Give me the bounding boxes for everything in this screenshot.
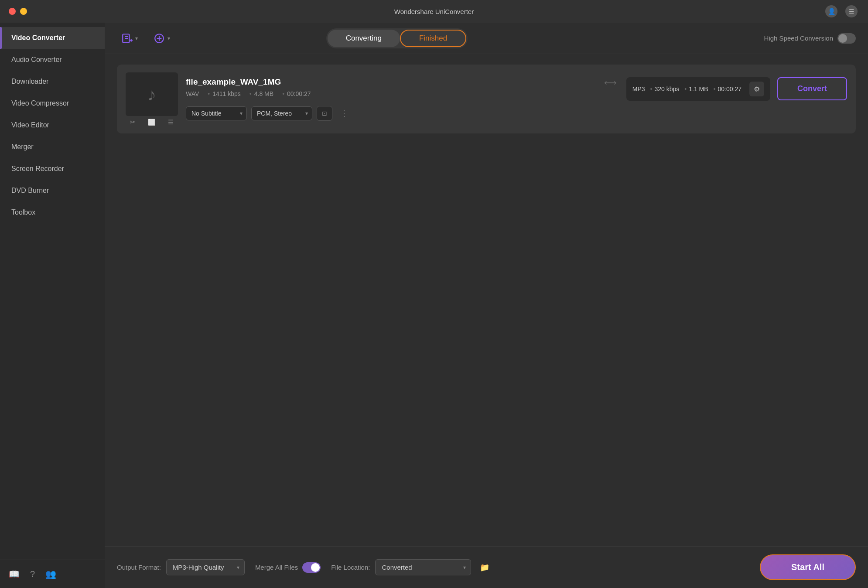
convert-settings: MP3 320 kbps 1.1 MB 00:00:27 ⚙	[626, 77, 770, 101]
output-duration: 00:00:27	[714, 85, 742, 92]
sidebar: Video Converter Audio Converter Download…	[0, 23, 105, 588]
subtitle-dropdown[interactable]: No Subtitle	[186, 106, 247, 120]
high-speed-label: High Speed Conversion	[764, 34, 833, 42]
title-bar-actions: 👤 ☰	[825, 5, 858, 17]
app-title: Wondershare UniConverter	[394, 8, 474, 15]
trim-icon[interactable]: ✂	[130, 119, 135, 126]
file-location-dropdown-wrapper: Converted	[375, 559, 471, 575]
output-format-select[interactable]: MP3-High Quality	[166, 559, 245, 575]
high-speed-conversion: High Speed Conversion	[764, 33, 856, 44]
add-format-chevron: ▾	[167, 35, 170, 41]
sidebar-item-video-editor[interactable]: Video Editor	[0, 114, 105, 136]
music-note-icon: ♪	[147, 85, 156, 104]
menu-icon[interactable]: ☰	[845, 5, 858, 17]
content-area: ▾ ▾ Converting Finished High Speed Conve…	[105, 23, 868, 588]
output-size: 1.1 MB	[684, 85, 708, 92]
output-format-label: Output Format:	[117, 564, 161, 571]
preview-icon-button[interactable]: ⊡	[317, 106, 332, 121]
source-bitrate: 1411 kbps	[208, 90, 241, 97]
tab-converting[interactable]: Converting	[328, 30, 400, 47]
file-list-area: ♪ ✂ ⬜ ☰ file_example_WAV_1MG	[105, 54, 868, 546]
audio-dropdown-wrapper: PCM, Stereo	[251, 106, 312, 120]
thumb-actions: ✂ ⬜ ☰	[126, 116, 178, 126]
close-button[interactable]	[9, 8, 16, 15]
merge-label: Merge All Files	[255, 564, 298, 571]
sidebar-item-screen-recorder[interactable]: Screen Recorder	[0, 158, 105, 180]
effects-icon[interactable]: ☰	[168, 119, 174, 126]
file-card-bottom-row: No Subtitle PCM, Stereo ⊡ ⋮	[186, 106, 847, 121]
output-format: MP3	[632, 85, 645, 92]
file-card-body: file_example_WAV_1MG WAV 1411 kbps 4.8 M…	[186, 77, 847, 121]
title-bar: Wondershare UniConverter 👤 ☰	[0, 0, 868, 23]
open-folder-button[interactable]: 📁	[476, 561, 493, 574]
minimize-button[interactable]	[20, 8, 27, 15]
sidebar-item-audio-converter[interactable]: Audio Converter	[0, 49, 105, 71]
more-options-button[interactable]: ⋮	[337, 107, 352, 120]
file-thumbnail: ♪	[126, 72, 178, 116]
book-icon[interactable]: 📖	[9, 569, 20, 579]
start-all-button[interactable]: Start All	[760, 554, 856, 580]
tab-group: Converting Finished	[326, 28, 468, 48]
sidebar-item-video-converter[interactable]: Video Converter	[0, 27, 105, 49]
convert-button[interactable]: Convert	[777, 77, 847, 100]
add-files-chevron: ▾	[135, 35, 138, 41]
file-location-select[interactable]: Converted	[375, 559, 471, 575]
tab-finished[interactable]: Finished	[400, 30, 466, 47]
help-icon[interactable]: ?	[30, 569, 35, 579]
bottom-bar: Output Format: MP3-High Quality Merge Al…	[105, 546, 868, 588]
source-duration: 00:00:27	[282, 90, 311, 97]
output-format-dropdown-wrapper: MP3-High Quality	[166, 559, 245, 575]
main-layout: Video Converter Audio Converter Download…	[0, 23, 868, 588]
file-location-field: File Location: Converted 📁	[331, 559, 493, 575]
sidebar-item-video-compressor[interactable]: Video Compressor	[0, 92, 105, 114]
file-info: file_example_WAV_1MG WAV 1411 kbps 4.8 M…	[186, 77, 595, 97]
output-format-field: Output Format: MP3-High Quality	[117, 559, 245, 575]
file-source-meta: WAV 1411 kbps 4.8 MB 00:00:27	[186, 90, 595, 97]
settings-gear-button[interactable]: ⚙	[749, 82, 764, 96]
crop-icon[interactable]: ⬜	[148, 119, 155, 126]
add-format-icon	[154, 33, 165, 44]
high-speed-toggle[interactable]	[837, 33, 856, 44]
sidebar-item-merger[interactable]: Merger	[0, 136, 105, 158]
merge-toggle[interactable]	[302, 562, 321, 573]
add-format-button[interactable]: ▾	[149, 30, 174, 47]
convert-arrow-icon: ⟷	[601, 77, 619, 88]
merge-group: Merge All Files	[255, 562, 321, 573]
sidebar-bottom: 📖 ? 👥	[0, 560, 105, 588]
sidebar-item-dvd-burner[interactable]: DVD Burner	[0, 180, 105, 202]
file-card: ♪ ✂ ⬜ ☰ file_example_WAV_1MG	[117, 65, 856, 133]
subtitle-dropdown-wrapper: No Subtitle	[186, 106, 247, 120]
audio-dropdown[interactable]: PCM, Stereo	[251, 106, 312, 120]
add-files-icon	[121, 33, 133, 44]
output-bitrate: 320 kbps	[650, 85, 680, 92]
user-icon[interactable]: 👤	[825, 5, 837, 17]
file-card-top-row: file_example_WAV_1MG WAV 1411 kbps 4.8 M…	[186, 77, 847, 101]
sidebar-item-downloader[interactable]: Downloader	[0, 71, 105, 92]
sidebar-item-toolbox[interactable]: Toolbox	[0, 202, 105, 223]
toolbar: ▾ ▾ Converting Finished High Speed Conve…	[105, 23, 868, 54]
users-icon[interactable]: 👥	[45, 569, 56, 579]
file-name: file_example_WAV_1MG	[186, 77, 595, 87]
source-format: WAV	[186, 90, 199, 97]
window-controls	[9, 8, 38, 15]
file-location-label: File Location:	[331, 564, 370, 571]
source-size: 4.8 MB	[249, 90, 273, 97]
thumbnail-container: ♪ ✂ ⬜ ☰	[126, 72, 178, 126]
add-files-button[interactable]: ▾	[117, 30, 142, 47]
